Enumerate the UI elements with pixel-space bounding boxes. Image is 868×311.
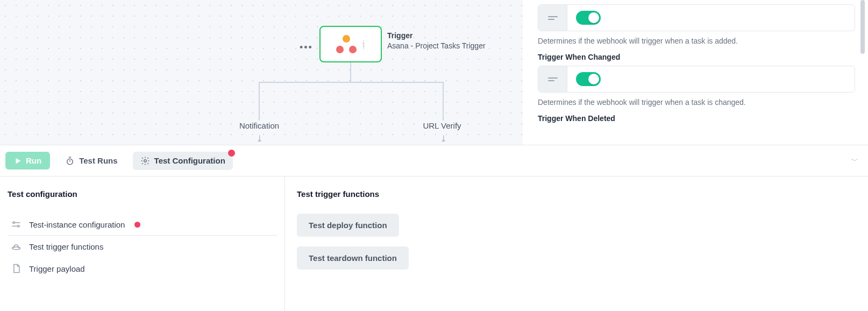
config-heading-changed: Trigger When Changed — [538, 53, 855, 61]
svg-point-3 — [18, 225, 19, 227]
run-button-label: Run — [26, 156, 41, 165]
test-deploy-button[interactable]: Test deploy function — [297, 214, 399, 237]
test-teardown-button[interactable]: Test teardown function — [297, 246, 409, 270]
asana-icon — [336, 35, 357, 53]
config-help-added: Determines if the webhook will trigger w… — [538, 37, 855, 45]
connector — [259, 82, 444, 83]
collapse-panel-button[interactable]: ﹀ — [847, 152, 863, 170]
config-toggle-added — [538, 4, 855, 31]
text-input-icon[interactable] — [538, 5, 567, 31]
connector — [259, 82, 260, 121]
sliders-icon — [11, 219, 22, 230]
nav-trigger-functions[interactable]: Test trigger functions — [8, 236, 277, 258]
config-heading-deleted: Trigger When Deleted — [538, 114, 855, 123]
config-help-changed: Determines if the webhook will trigger w… — [538, 98, 855, 107]
pane-title: Test configuration — [8, 189, 277, 199]
tab-label: Test Configuration — [154, 156, 225, 165]
nav-label: Trigger payload — [29, 264, 85, 273]
scrollbar[interactable] — [860, 0, 865, 145]
workflow-canvas[interactable]: ••• ↓↑ Trigger Asana - Project Tasks Tri… — [0, 0, 523, 145]
test-config-nav: Test configuration Test-instance configu… — [0, 176, 285, 311]
toggle-changed[interactable] — [576, 72, 601, 86]
pane-title: Test trigger functions — [297, 189, 868, 199]
trigger-title: Trigger — [387, 31, 523, 40]
trigger-node-label: Trigger Asana - Project Tasks Trigger — [387, 31, 523, 50]
test-toolbar: Run Test Runs Test Configuration ﹀ — [0, 145, 868, 176]
stopwatch-icon — [65, 156, 75, 166]
svg-point-1 — [144, 159, 146, 162]
branch-label-notification: Notification — [216, 121, 302, 130]
tab-test-runs[interactable]: Test Runs — [58, 152, 125, 170]
nav-instance-config[interactable]: Test-instance configuration — [8, 214, 277, 236]
toggle-added[interactable] — [576, 11, 601, 25]
branch-arrow-icon: ⤓ — [254, 133, 265, 144]
svg-point-4 — [12, 247, 20, 250]
connector — [350, 62, 351, 82]
branch-arrow-icon: ⤓ — [438, 133, 449, 144]
connector — [443, 82, 444, 121]
nav-label: Test trigger functions — [29, 242, 103, 251]
text-input-icon[interactable] — [538, 66, 567, 92]
gear-icon — [140, 156, 150, 166]
hat-icon — [11, 241, 22, 252]
scrollbar-thumb[interactable] — [860, 0, 865, 54]
collapse-icon: ↓↑ — [362, 39, 366, 49]
play-icon — [14, 157, 22, 165]
svg-point-2 — [13, 222, 15, 223]
tab-test-configuration[interactable]: Test Configuration — [133, 152, 233, 170]
branch-label-url-verify: URL Verify — [399, 121, 485, 130]
nav-trigger-payload[interactable]: Trigger payload — [8, 258, 277, 280]
test-functions-pane: Test trigger functions Test deploy funct… — [285, 176, 868, 311]
config-toggle-changed — [538, 66, 855, 93]
tab-label: Test Runs — [79, 156, 117, 165]
notification-dot — [228, 150, 235, 157]
run-button[interactable]: Run — [5, 152, 50, 169]
nav-label: Test-instance configuration — [29, 220, 125, 229]
trigger-node[interactable]: ↓↑ — [319, 26, 382, 62]
trigger-subtitle: Asana - Project Tasks Trigger — [387, 41, 523, 50]
config-panel: Determines if the webhook will trigger w… — [523, 0, 868, 145]
notification-dot — [134, 222, 140, 228]
file-icon — [11, 263, 22, 274]
node-more-icon[interactable]: ••• — [300, 42, 313, 53]
